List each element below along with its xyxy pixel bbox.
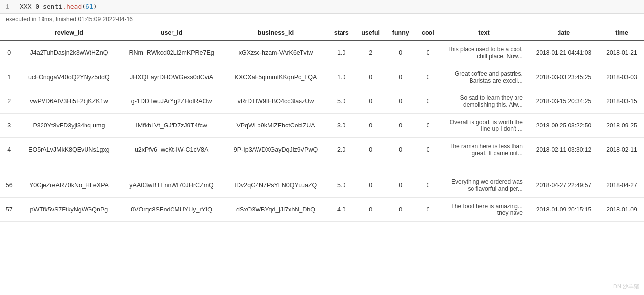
col-useful: useful <box>355 25 386 41</box>
row-cell: 0 <box>386 198 416 222</box>
table-row: 1ucFOnqgaV40oQ2YNyz5ddQJHXQEayrDHOWGexs0… <box>0 65 644 89</box>
query-object: XXX_0_senti <box>20 3 62 10</box>
table-row: 3P320Yt8vFD3yjl34hq-umgIMfkbLVt_GJfD7zJ9… <box>0 114 644 138</box>
table-row: 57pWTfk5vS7FtkyNgWGQnPg0VOrqc8SFndCMUYUy… <box>0 198 644 222</box>
row-cell: yAA03wBTEnnWI70JHrCZmQ <box>119 173 223 198</box>
execution-bar: executed in 19ms, finished 01:45:09 2022… <box>0 14 644 25</box>
row-cell: 0VOrqc8SFndCMUYUy_rYIQ <box>119 198 223 222</box>
execution-info: executed in 19ms, finished 01:45:09 2022… <box>6 16 133 23</box>
row-cell: 2018-04-27 <box>600 173 644 198</box>
row-index: 57 <box>0 198 18 222</box>
col-index <box>0 25 18 41</box>
col-user-id: user_id <box>119 25 223 41</box>
row-cell: IMfkbLVt_GJfD7zJ9T4fcw <box>119 114 223 138</box>
row-cell: VPqWLp9kMiZEbctCeblZUA <box>224 114 328 138</box>
query-close-paren: ) <box>93 3 97 10</box>
row-cell: 0 <box>416 89 440 114</box>
row-cell: 9P-Ip3AWDXGayDqJlz9VPwQ <box>224 138 328 162</box>
row-cell: 0 <box>416 114 440 138</box>
row-cell: 2018-01-21 04:41:03 <box>528 41 600 65</box>
row-cell: dSxO3WBYqd_jJl7xbN_DbQ <box>224 198 328 222</box>
ellipsis-cell: ... <box>600 162 644 173</box>
row-cell: EO5rALvJMkK8QEvUNs1gxg <box>18 138 119 162</box>
row-cell: 2018-03-15 20:34:25 <box>528 89 600 114</box>
row-cell: 2018-02-11 03:30:12 <box>528 138 600 162</box>
ellipsis-cell: ... <box>440 162 528 173</box>
row-cell: 2018-09-25 03:22:50 <box>528 114 600 138</box>
row-cell: 2018-02-11 <box>600 138 644 162</box>
row-cell: u2xPfv6_wcKt-IW-C1cV8A <box>119 138 223 162</box>
row-cell: 2018-01-09 <box>600 198 644 222</box>
row-cell: So sad to learn they are demolishing thi… <box>440 89 528 114</box>
row-cell: 2018-03-15 <box>600 89 644 114</box>
row-cell: 0 <box>416 138 440 162</box>
row-index: 2 <box>0 89 18 114</box>
row-cell: 0 <box>355 173 386 198</box>
row-cell: ucFOnqgaV40oQ2YNyz5ddQ <box>18 65 119 89</box>
col-stars: stars <box>328 25 355 41</box>
row-cell: 0 <box>386 89 416 114</box>
row-cell: 0 <box>416 41 440 65</box>
ellipsis-cell: ... <box>355 162 386 173</box>
row-cell: JHXQEayrDHOWGexs0dCviA <box>119 65 223 89</box>
row-index: 56 <box>0 173 18 198</box>
query-func: .head <box>62 3 82 10</box>
row-cell: 0 <box>386 114 416 138</box>
row-cell: 2018-04-27 22:49:57 <box>528 173 600 198</box>
row-cell: Great coffee and pastries. Baristas are … <box>440 65 528 89</box>
row-cell: This place used to be a cool, chill plac… <box>440 41 528 65</box>
table-row: 2vwPVD6AfV3Hi5F2bjKZK1wg-1DDTwuJArYg2ZHo… <box>0 89 644 114</box>
row-cell: 2018-09-25 <box>600 114 644 138</box>
ellipsis-cell: ... <box>528 162 600 173</box>
row-cell: 2018-03-03 <box>600 65 644 89</box>
ellipsis-cell: ... <box>18 162 119 173</box>
table-row: 0J4a2TuhDasjn2k3wWtHZnQRNm_RWkcd02Li2mKP… <box>0 41 644 65</box>
table-container: review_id user_id business_id stars usef… <box>0 25 644 222</box>
row-cell: 0 <box>416 65 440 89</box>
line-number: 1 <box>6 3 14 10</box>
table-row: 4EO5rALvJMkK8QEvUNs1gxgu2xPfv6_wcKt-IW-C… <box>0 138 644 162</box>
row-cell: Y0GjeZreAR70kNo_HLeXPA <box>18 173 119 198</box>
table-header-row: review_id user_id business_id stars usef… <box>0 25 644 41</box>
row-cell: KXCXaF5qimmtKKqnPc_LQA <box>224 65 328 89</box>
row-index: 0 <box>0 41 18 65</box>
query-text: XXX_0_senti.head(61) <box>20 3 97 10</box>
row-cell: g-1DDTwuJArYg2ZHolRAOw <box>119 89 223 114</box>
row-cell: Everything we ordered was so flavorful a… <box>440 173 528 198</box>
ellipsis-cell: ... <box>328 162 355 173</box>
row-cell: 0 <box>416 198 440 222</box>
row-cell: tDv2qG4N7PsYLN0QYuuaZQ <box>224 173 328 198</box>
row-cell: vRrDTIW9IFBO4cc3laazUw <box>224 89 328 114</box>
query-bar: 1 XXX_0_senti.head(61) <box>0 0 644 14</box>
query-open-paren: ( <box>82 3 86 10</box>
query-arg: 61 <box>86 3 93 10</box>
col-time: time <box>600 25 644 41</box>
row-index: 4 <box>0 138 18 162</box>
row-cell: 0 <box>386 138 416 162</box>
ellipsis-cell: ... <box>119 162 223 173</box>
row-cell: 2 <box>355 41 386 65</box>
row-cell: 5.0 <box>328 173 355 198</box>
row-cell: 2018-03-03 23:45:25 <box>528 65 600 89</box>
ellipsis-row: ................................. <box>0 162 644 173</box>
row-cell: 0 <box>355 138 386 162</box>
col-cool: cool <box>416 25 440 41</box>
row-cell: 3.0 <box>328 114 355 138</box>
ellipsis-cell: ... <box>386 162 416 173</box>
row-cell: Overall is good, is worth the line up I … <box>440 114 528 138</box>
row-cell: 0 <box>416 173 440 198</box>
row-cell: 1.0 <box>328 65 355 89</box>
row-cell: RNm_RWkcd02Li2mKPRe7Eg <box>119 41 223 65</box>
col-review-id: review_id <box>18 25 119 41</box>
row-cell: 0 <box>355 114 386 138</box>
row-cell: J4a2TuhDasjn2k3wWtHZnQ <box>18 41 119 65</box>
row-cell: 5.0 <box>328 89 355 114</box>
ellipsis-idx: ... <box>0 162 18 173</box>
row-cell: 2018-01-21 <box>600 41 644 65</box>
row-cell: 2018-01-09 20:15:15 <box>528 198 600 222</box>
row-cell: 0 <box>355 65 386 89</box>
row-cell: The food here is amazing... they have <box>440 198 528 222</box>
row-cell: 0 <box>355 198 386 222</box>
ellipsis-cell: ... <box>224 162 328 173</box>
col-business-id: business_id <box>224 25 328 41</box>
